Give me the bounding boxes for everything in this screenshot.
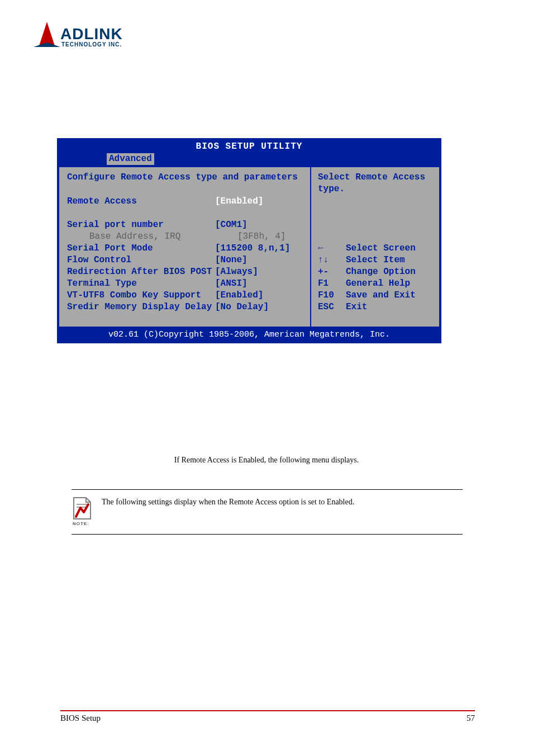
key-desc: Select Screen: [346, 243, 416, 254]
figure-caption: If Remote Access is Enabled, the followi…: [0, 456, 533, 465]
bios-key-hint: +-Change Option: [318, 266, 432, 278]
key-symbol: ↑↓: [318, 254, 346, 266]
bios-setting-value: [Always]: [215, 266, 258, 278]
note-block: NOTE: The following settings display whe…: [72, 489, 463, 535]
bios-key-hints: ←Select Screen↑↓Select Item+-Change Opti…: [318, 243, 432, 313]
bios-section-heading: Configure Remote Access type and paramet…: [67, 172, 302, 183]
svg-text:ADLINK: ADLINK: [60, 25, 123, 42]
note-text: The following settings display when the …: [96, 497, 354, 508]
footer-page-number: 57: [467, 714, 475, 723]
bios-setting-row: Flow Control[None]: [67, 254, 302, 266]
bios-setting-label: Redirection After BIOS POST: [67, 266, 215, 278]
bios-help-line2: type.: [318, 183, 432, 195]
bios-setting-value: [COM1]: [215, 219, 248, 231]
divider: [72, 534, 463, 535]
bios-tab-bar: Advanced: [59, 153, 439, 166]
bios-setting-row: Sredir Memory Display Delay[No Delay]: [67, 301, 302, 313]
bios-setting-value: [Enabled]: [215, 196, 263, 207]
bios-setting-row: Base Address, IRQ[3F8h, 4]: [67, 231, 302, 243]
adlink-logo: ADLINK TECHNOLOGY INC.: [28, 19, 140, 53]
bios-setting-row: Terminal Type[ANSI]: [67, 278, 302, 290]
bios-setting-value: [No Delay]: [215, 301, 269, 313]
bios-copyright: v02.61 (C)Copyright 1985-2006, American …: [59, 327, 439, 341]
key-symbol: F1: [318, 278, 346, 290]
key-symbol: +-: [318, 266, 346, 278]
bios-setting-label: Serial port number: [67, 219, 215, 231]
key-desc: Save and Exit: [346, 290, 416, 301]
bios-key-hint: F1General Help: [318, 278, 432, 290]
key-symbol: F10: [318, 290, 346, 301]
footer-divider: [60, 710, 475, 711]
bios-setting-value: [None]: [215, 254, 248, 266]
key-desc: Change Option: [346, 266, 416, 278]
bios-setting-label: VT-UTF8 Combo Key Support: [67, 290, 215, 301]
bios-setting-label: Sredir Memory Display Delay: [67, 301, 215, 313]
note-icon: NOTE:: [72, 497, 96, 526]
bios-help-pane: Select Remote Access type. ←Select Scree…: [311, 167, 439, 327]
key-desc: General Help: [346, 278, 410, 290]
footer-section-title: BIOS Setup: [60, 714, 101, 723]
svg-marker-0: [39, 22, 55, 46]
bios-setting-label: Remote Access: [67, 196, 215, 207]
bios-key-hint: ←Select Screen: [318, 243, 432, 254]
tab-advanced: Advanced: [107, 153, 154, 165]
key-symbol: ←: [318, 243, 346, 254]
bios-help-line1: Select Remote Access: [318, 172, 432, 183]
key-desc: Exit: [346, 301, 367, 313]
bios-setting-row: Redirection After BIOS POST[Always]: [67, 266, 302, 278]
key-desc: Select Item: [346, 254, 405, 266]
bios-key-hint: F10Save and Exit: [318, 290, 432, 301]
bios-key-hint: ↑↓Select Item: [318, 254, 432, 266]
bios-setting-label: Terminal Type: [67, 278, 215, 290]
bios-setting-label: Flow Control: [67, 254, 215, 266]
svg-text:TECHNOLOGY INC.: TECHNOLOGY INC.: [61, 41, 122, 48]
bios-setting-row: Serial port number[COM1]: [67, 219, 302, 231]
bios-left-pane: Configure Remote Access type and paramet…: [59, 167, 311, 327]
bios-setting-value: [Enabled]: [215, 290, 263, 301]
bios-setting-row: VT-UTF8 Combo Key Support[Enabled]: [67, 290, 302, 301]
bios-setting-label: Base Address, IRQ: [67, 231, 237, 243]
bios-setting-value: [115200 8,n,1]: [215, 243, 290, 254]
bios-setting-row: Serial Port Mode[115200 8,n,1]: [67, 243, 302, 254]
bios-key-hint: ESCExit: [318, 301, 432, 313]
bios-setting-label: Serial Port Mode: [67, 243, 215, 254]
bios-setting-row: Remote Access[Enabled]: [67, 196, 302, 207]
bios-setup-screenshot: BIOS SETUP UTILITY Advanced Configure Re…: [57, 138, 441, 343]
svg-marker-1: [34, 42, 60, 47]
note-label: NOTE:: [73, 521, 96, 526]
bios-setting-value: [ANSI]: [215, 278, 248, 290]
key-symbol: ESC: [318, 301, 346, 313]
bios-title: BIOS SETUP UTILITY: [59, 140, 439, 153]
bios-setting-value: [3F8h, 4]: [237, 231, 285, 243]
